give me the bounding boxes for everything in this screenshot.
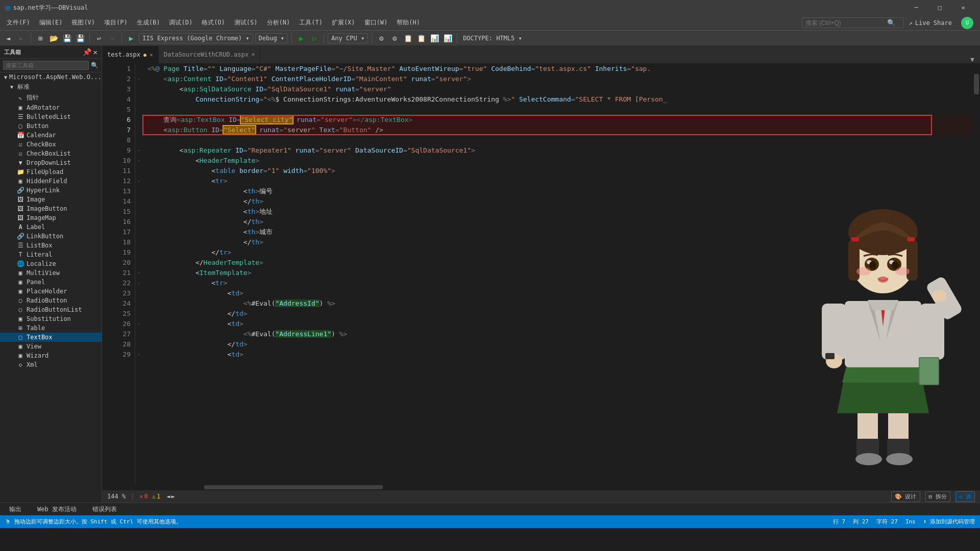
sidebar-item-table[interactable]: ⊞ Table — [0, 323, 102, 333]
sidebar-item-imagebutton[interactable]: 🖼 ImageButton — [0, 204, 102, 213]
tab-test-aspx[interactable]: test.aspx ● ✕ — [102, 46, 159, 63]
sidebar-item-listbox[interactable]: ☰ ListBox — [0, 241, 102, 250]
toolbar-extra2[interactable]: ⚙ — [389, 33, 400, 44]
toolbar-extra3[interactable]: 📋 — [402, 33, 413, 44]
tabs-overflow-button[interactable]: ▼ — [965, 56, 980, 63]
close-button[interactable]: ✕ — [951, 0, 975, 15]
menu-test[interactable]: 测试(S) — [230, 16, 262, 29]
minimize-button[interactable]: ─ — [904, 0, 928, 15]
sidebar-close-icon[interactable]: ✕ — [93, 48, 97, 56]
sidebar-item-placeholder[interactable]: ▣ PlaceHolder — [0, 287, 102, 296]
menu-edit[interactable]: 编辑(E) — [35, 16, 67, 29]
sidebar-item-button[interactable]: ▢ Button — [0, 121, 102, 131]
toolbar-run[interactable]: ▶ — [126, 33, 137, 44]
toolbar-save[interactable]: 💾 — [61, 33, 72, 44]
toolbar-open[interactable]: 📂 — [48, 33, 59, 44]
toolbar-extra5[interactable]: 📊 — [429, 33, 440, 44]
sidebar-item-microsoft[interactable]: ▼ Microsoft.AspNet.Web.O... — [0, 72, 102, 82]
fold-btn-12[interactable]: ▿ — [135, 176, 142, 186]
sidebar-item-wizard[interactable]: ▣ Wizard — [0, 351, 102, 360]
tab-close-button[interactable]: ✕ — [252, 51, 255, 58]
global-search-box[interactable]: 🔍 — [802, 17, 904, 28]
fold-btn-21[interactable]: ▿ — [135, 268, 142, 278]
sidebar-item-imagemap[interactable]: 🖼 ImageMap — [0, 213, 102, 222]
sidebar-item-radiobuttonlist[interactable]: ○ RadioButtonList — [0, 305, 102, 314]
toolbar-new[interactable]: ⊞ — [35, 33, 46, 44]
sidebar-item-panel[interactable]: ▣ Panel — [0, 278, 102, 287]
menu-analyze[interactable]: 分析(N) — [263, 16, 295, 29]
sidebar-item-checkboxlist[interactable]: ☑ CheckBoxList — [0, 149, 102, 158]
toolbar-back[interactable]: ◄ — [3, 33, 14, 44]
fold-btn-22[interactable]: ▿ — [135, 278, 142, 288]
code-content[interactable]: <%@ Page Title="" Language="C#" MasterPa… — [142, 64, 973, 485]
menu-tools[interactable]: 工具(T) — [295, 16, 327, 29]
toolbar-play2[interactable]: ▷ — [309, 33, 320, 44]
hscroll-thumb[interactable] — [204, 485, 383, 489]
sidebar-item-linkbutton[interactable]: 🔗 LinkButton — [0, 232, 102, 241]
toolbar-iis-dropdown[interactable]: IIS Express (Google Chrome) ▾ — [139, 33, 253, 43]
panel-tab-output[interactable]: 输出 — [5, 504, 26, 515]
sidebar-item-image[interactable]: 🖼 Image — [0, 195, 102, 204]
fold-btn-2[interactable]: ▿ — [135, 74, 142, 84]
sidebar-item-substitution[interactable]: ▣ Substitution — [0, 314, 102, 323]
toolbar-extra6[interactable]: 📊 — [442, 33, 453, 44]
menu-debug[interactable]: 调试(D) — [165, 16, 197, 29]
toolbar-undo[interactable]: ↩ — [93, 33, 105, 44]
menu-view[interactable]: 视图(V) — [67, 16, 99, 29]
tab-datasource-aspx[interactable]: DataSourceWithCRUD.aspx ✕ — [159, 46, 261, 63]
sidebar-item-label[interactable]: A Label — [0, 222, 102, 232]
nav-fwd-btn[interactable]: ► — [172, 493, 175, 500]
user-avatar[interactable]: U — [957, 17, 977, 29]
sidebar-item-view[interactable]: ▣ View — [0, 342, 102, 351]
panel-tab-errors[interactable]: 错误列表 — [88, 504, 121, 515]
toolbar-play[interactable]: ▶ — [296, 33, 307, 44]
sidebar-item-dropdownlist[interactable]: ▼ DropDownList — [0, 158, 102, 167]
menu-extensions[interactable]: 扩展(X) — [328, 16, 359, 29]
toolbar-extra1[interactable]: ⚙ — [376, 33, 387, 44]
toolbar-cpu-dropdown[interactable]: Any CPU ▾ — [328, 33, 368, 43]
fold-btn-29[interactable]: ▿ — [135, 349, 142, 360]
sidebar-item-checkbox[interactable]: ☑ CheckBox — [0, 140, 102, 149]
panel-tab-publish[interactable]: Web 发布活动 — [33, 504, 81, 515]
fold-btn-9[interactable]: ▿ — [135, 145, 142, 156]
sidebar-item-calendar[interactable]: 📅 Calendar — [0, 131, 102, 140]
pin-icon[interactable]: 📌 — [83, 48, 91, 56]
sidebar-item-radiobutton[interactable]: ○ RadioButton — [0, 296, 102, 305]
sidebar-item-adrotator[interactable]: ▣ AdRotator — [0, 103, 102, 112]
toolbar-extra4[interactable]: 📋 — [415, 33, 427, 44]
view-source-btn[interactable]: ◇ 源 — [955, 491, 975, 502]
menu-window[interactable]: 窗口(W) — [360, 16, 392, 29]
sidebar-item-hiddenfield[interactable]: ▣ HiddenField — [0, 177, 102, 186]
status-add-to-scm[interactable]: ⬆ 添加到源代码管理 — [923, 518, 975, 525]
toolbox-search-input[interactable] — [3, 61, 89, 70]
sidebar-item-xml[interactable]: ◇ Xml — [0, 360, 102, 369]
horizontal-scrollbar[interactable] — [102, 485, 980, 490]
sidebar-item-hyperlink[interactable]: 🔗 HyperLink — [0, 186, 102, 195]
tab-close-button[interactable]: ✕ — [150, 52, 153, 58]
sidebar-item-localize[interactable]: 🌐 Localize — [0, 259, 102, 268]
nav-back-btn[interactable]: ◄ — [166, 493, 170, 500]
sidebar-item-multiview[interactable]: ▣ MultiView — [0, 268, 102, 278]
menu-format[interactable]: 格式(O) — [198, 16, 229, 29]
view-split-btn[interactable]: ⊟ 拆分 — [925, 491, 950, 502]
toolbar-debug-dropdown[interactable]: Debug ▾ — [255, 33, 288, 43]
menu-file[interactable]: 文件(F) — [3, 16, 34, 29]
live-share-button[interactable]: ↗ Live Share — [905, 17, 956, 29]
menu-build[interactable]: 生成(B) — [133, 16, 164, 29]
global-search-input[interactable] — [805, 19, 887, 27]
sidebar-item-pointer[interactable]: ↖ 指针 — [0, 92, 102, 103]
sidebar-item-textbox[interactable]: ▢ TextBox — [0, 333, 102, 342]
view-design-btn[interactable]: 🎨 设计 — [891, 491, 920, 502]
toolbar-fwd[interactable]: ► — [16, 33, 27, 44]
sidebar-item-fileupload[interactable]: 📁 FileUpload — [0, 167, 102, 177]
fold-btn-26[interactable]: ▿ — [135, 319, 142, 329]
toolbar-redo[interactable]: ↪ — [107, 33, 118, 44]
sidebar-item-biazhun[interactable]: ▼ 标准 — [0, 82, 102, 92]
scrollbar-thumb-v[interactable] — [974, 74, 979, 94]
toolbar-save-all[interactable]: 💾 — [75, 33, 86, 44]
menu-help[interactable]: 帮助(H) — [393, 16, 424, 29]
fold-btn-10[interactable]: ▿ — [135, 156, 142, 166]
sidebar-item-literal[interactable]: T Literal — [0, 250, 102, 259]
sidebar-item-bulletedlist[interactable]: ☰ BulletedList — [0, 112, 102, 121]
menu-project[interactable]: 项目(P) — [100, 16, 132, 29]
